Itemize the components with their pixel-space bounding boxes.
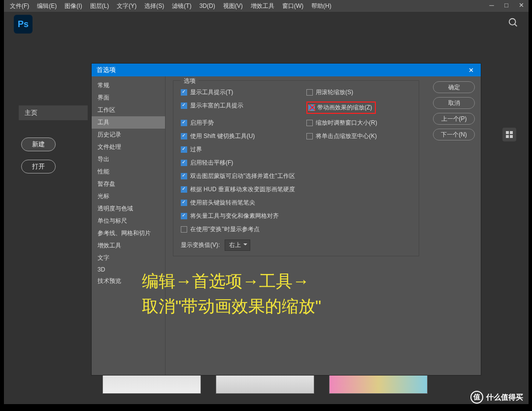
- sidebar-item[interactable]: 单位与标尺: [92, 215, 165, 227]
- svg-rect-5: [510, 135, 513, 138]
- close-icon[interactable]: ✕: [466, 65, 476, 75]
- search-icon[interactable]: [508, 17, 519, 31]
- sidebar-item[interactable]: 历史记录: [92, 129, 165, 141]
- checkbox[interactable]: [181, 160, 187, 166]
- sidebar-item[interactable]: 参考线、网格和切片: [92, 227, 165, 240]
- menu-window[interactable]: 窗口(W): [278, 0, 307, 12]
- menu-layer[interactable]: 图层(L): [86, 0, 113, 12]
- option-item: 双击图层蒙版可启动"选择并遮住"工作区: [181, 172, 411, 180]
- option-item: 根据 HUD 垂直移动来改变圆形画笔硬度: [181, 185, 411, 194]
- ok-button[interactable]: 确定: [433, 81, 475, 93]
- option-label: 带动画效果的缩放(Z): [317, 103, 372, 112]
- menu-view[interactable]: 视图(V): [219, 0, 247, 12]
- dialog-title: 首选项: [97, 66, 116, 74]
- option-label: 启用轻击平移(F): [190, 159, 233, 167]
- checkbox[interactable]: [181, 173, 187, 179]
- menu-file[interactable]: 文件(F): [6, 0, 33, 12]
- dialog-body: 常规界面工作区工具历史记录文件处理导出性能暂存盘光标透明度与色域单位与标尺参考线…: [92, 76, 481, 375]
- group-label: 选项: [181, 77, 199, 85]
- checkbox[interactable]: [306, 120, 313, 126]
- option-label: 使用 Shift 键切换工具(U): [190, 132, 255, 140]
- checkbox-highlighted[interactable]: [308, 104, 315, 111]
- option-item: 启用轻击平移(F): [181, 159, 411, 167]
- option-label: 双击图层蒙版可启动"选择并遮住"工作区: [190, 172, 295, 180]
- cancel-button[interactable]: 取消: [433, 97, 475, 109]
- sidebar-item[interactable]: 界面: [92, 92, 165, 104]
- option-item: 将单击点缩放至中心(K): [306, 132, 377, 140]
- transform-select[interactable]: 右上: [225, 240, 250, 251]
- sidebar-item[interactable]: 光标: [92, 190, 165, 203]
- checkbox[interactable]: [181, 120, 187, 126]
- maximize-button[interactable]: □: [499, 0, 514, 10]
- option-item: 启用手势: [181, 119, 306, 127]
- checkbox[interactable]: [181, 146, 187, 153]
- checkbox[interactable]: [181, 200, 187, 206]
- option-label: 缩放时调整窗口大小(R): [316, 119, 377, 127]
- transform-label: 显示变换值(V):: [181, 241, 220, 249]
- option-item: 将矢量工具与变化和像素网格对齐: [181, 212, 411, 220]
- dialog-titlebar: 首选项 ✕: [92, 64, 481, 76]
- sidebar-item[interactable]: 增效工具: [92, 240, 165, 252]
- menu-filter[interactable]: 滤镜(T): [168, 0, 195, 12]
- menu-plugins[interactable]: 增效工具: [247, 0, 278, 12]
- annotation-line-1: 编辑→首选项→工具→: [142, 269, 321, 294]
- menu-bar: 文件(F) 编辑(E) 图像(I) 图层(L) 文字(Y) 选择(S) 滤镜(T…: [4, 0, 529, 12]
- sidebar-item[interactable]: 工具: [92, 116, 165, 129]
- menu-image[interactable]: 图像(I): [61, 0, 86, 12]
- option-label: 用滚轮缩放(S): [316, 88, 353, 97]
- option-item: 过界: [181, 145, 411, 154]
- svg-rect-4: [506, 135, 509, 138]
- menu-help[interactable]: 帮助(H): [307, 0, 335, 12]
- menu-3d[interactable]: 3D(D): [196, 1, 219, 11]
- checkbox[interactable]: [181, 186, 187, 193]
- option-item: 缩放时调整窗口大小(R): [306, 119, 377, 127]
- sidebar-item[interactable]: 文字: [92, 252, 165, 264]
- sidebar-item[interactable]: 性能: [92, 166, 165, 178]
- sidebar-item[interactable]: 暂存盘: [92, 178, 165, 190]
- annotation-line-2: 取消"带动画效果的缩放": [142, 294, 321, 319]
- checkbox[interactable]: [181, 213, 187, 219]
- prefs-sidebar: 常规界面工作区工具历史记录文件处理导出性能暂存盘光标透明度与色域单位与标尺参考线…: [92, 76, 166, 375]
- next-button[interactable]: 下一个(N): [433, 129, 475, 140]
- option-label: 使用箭头键旋转画笔笔尖: [190, 199, 255, 207]
- prev-button[interactable]: 上一个(P): [433, 113, 475, 125]
- menu-edit[interactable]: 编辑(E): [33, 0, 61, 12]
- grid-view-icon[interactable]: [502, 128, 516, 141]
- checkbox[interactable]: [306, 89, 313, 96]
- home-tab[interactable]: 主页: [19, 105, 88, 120]
- menu-select[interactable]: 选择(S): [140, 0, 168, 12]
- new-button[interactable]: 新建: [21, 137, 56, 151]
- annotation-overlay: 编辑→首选项→工具→ 取消"带动画效果的缩放": [142, 269, 321, 319]
- option-label: 显示丰富的工具提示: [190, 102, 243, 110]
- open-button[interactable]: 打开: [21, 160, 56, 173]
- sidebar-item[interactable]: 工作区: [92, 104, 165, 116]
- minimize-button[interactable]: ─: [484, 0, 499, 10]
- watermark-text: 什么值得买: [486, 393, 523, 402]
- ps-logo: Ps: [14, 15, 33, 34]
- option-label: 将矢量工具与变化和像素网格对齐: [190, 212, 279, 220]
- option-label: 过界: [190, 145, 202, 154]
- checkbox[interactable]: [181, 133, 187, 139]
- svg-line-1: [515, 24, 517, 27]
- checkbox[interactable]: [181, 103, 187, 109]
- checkbox[interactable]: [181, 226, 187, 233]
- app-header: Ps: [4, 12, 529, 36]
- app-frame: 文件(F) 编辑(E) 图像(I) 图层(L) 文字(Y) 选择(S) 滤镜(T…: [4, 0, 529, 404]
- svg-rect-2: [506, 131, 509, 134]
- watermark: 值 什么值得买: [470, 391, 523, 404]
- preferences-dialog: 首选项 ✕ 常规界面工作区工具历史记录文件处理导出性能暂存盘光标透明度与色域单位…: [91, 63, 481, 376]
- checkbox[interactable]: [181, 89, 187, 96]
- sidebar-item[interactable]: 透明度与色域: [92, 203, 165, 215]
- window-controls: ─ □ ✕: [484, 0, 529, 10]
- sidebar-item[interactable]: 导出: [92, 153, 165, 166]
- option-item: 用滚轮缩放(S): [306, 88, 353, 97]
- svg-rect-3: [510, 131, 513, 134]
- sidebar-item[interactable]: 文件处理: [92, 141, 165, 153]
- checkbox[interactable]: [306, 133, 313, 139]
- option-label: 在使用"变换"时显示参考点: [190, 225, 260, 234]
- close-window-button[interactable]: ✕: [514, 0, 529, 10]
- menu-type[interactable]: 文字(Y): [113, 0, 140, 12]
- sidebar-item[interactable]: 常规: [92, 79, 165, 92]
- option-item: 显示丰富的工具提示: [181, 102, 306, 110]
- dialog-buttons: 确定 取消 上一个(P) 下一个(N): [433, 81, 475, 140]
